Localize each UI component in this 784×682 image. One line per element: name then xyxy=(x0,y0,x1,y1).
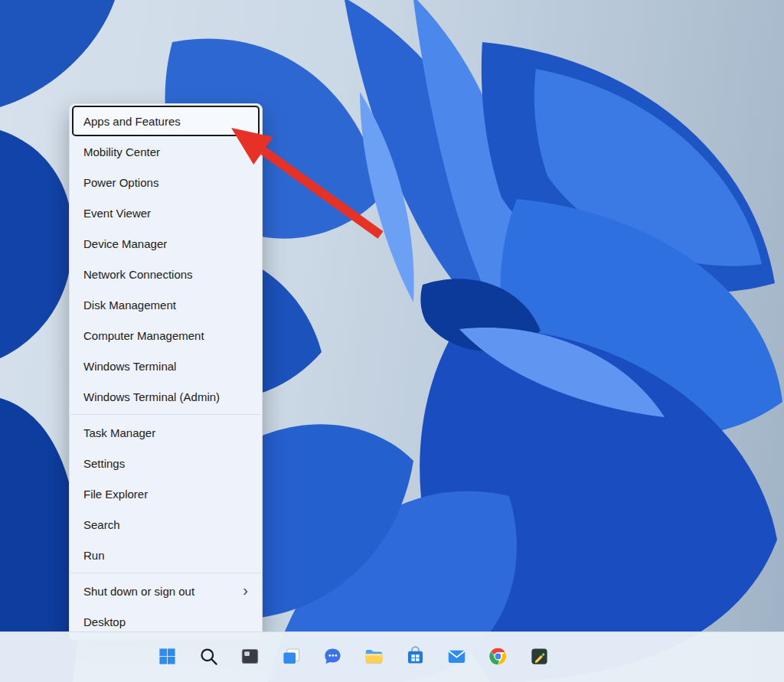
menu-item-device-manager[interactable]: Device Manager xyxy=(72,228,260,259)
menu-item-label: Event Viewer xyxy=(83,207,151,220)
menu-item-computer-management[interactable]: Computer Management xyxy=(72,320,260,351)
menu-item-label: Computer Management xyxy=(83,329,204,342)
menu-item-search[interactable]: Search xyxy=(72,509,260,540)
menu-item-label: Device Manager xyxy=(83,237,167,250)
taskbar-icons xyxy=(152,639,554,673)
taskbar-microsoft-store-button[interactable] xyxy=(400,639,430,673)
menu-item-disk-management[interactable]: Disk Management xyxy=(72,289,260,320)
winx-context-menu: Apps and FeaturesMobility CenterPower Op… xyxy=(69,103,263,641)
taskbar-chrome-button[interactable] xyxy=(482,639,513,673)
menu-item-network-connections[interactable]: Network Connections xyxy=(72,259,260,289)
taskbar xyxy=(0,631,784,682)
menu-item-power-options[interactable]: Power Options xyxy=(72,167,260,197)
menu-item-label: Windows Terminal xyxy=(83,360,176,373)
menu-item-apps-and-features[interactable]: Apps and Features xyxy=(72,106,260,136)
menu-item-label: Apps and Features xyxy=(83,115,181,128)
menu-item-label: Windows Terminal (Admin) xyxy=(83,390,220,403)
desktop: Apps and FeaturesMobility CenterPower Op… xyxy=(0,0,784,682)
menu-item-label: Run xyxy=(83,549,105,562)
microsoft-store-icon xyxy=(405,646,426,667)
app-window-icon xyxy=(240,646,260,667)
menu-item-task-manager[interactable]: Task Manager xyxy=(72,417,260,448)
menu-item-label: Search xyxy=(83,518,120,531)
taskbar-chat-button[interactable] xyxy=(317,639,348,673)
menu-item-settings[interactable]: Settings xyxy=(72,448,260,478)
menu-item-windows-terminal-admin[interactable]: Windows Terminal (Admin) xyxy=(72,381,260,412)
menu-item-event-viewer[interactable]: Event Viewer xyxy=(72,197,260,228)
menu-separator xyxy=(70,414,261,415)
taskbar-start-button[interactable] xyxy=(152,639,182,673)
menu-separator xyxy=(70,573,261,573)
menu-item-label: Mobility Center xyxy=(83,145,160,158)
menu-item-label: Power Options xyxy=(83,176,158,189)
menu-item-label: Task Manager xyxy=(83,426,155,439)
menu-item-label: Network Connections xyxy=(83,268,193,281)
menu-item-run[interactable]: Run xyxy=(72,540,260,570)
taskbar-app-window-button[interactable] xyxy=(234,639,265,673)
menu-item-windows-terminal[interactable]: Windows Terminal xyxy=(72,351,260,381)
menu-item-label: Shut down or sign out xyxy=(83,585,194,598)
menu-item-label: Settings xyxy=(83,457,125,470)
start-icon xyxy=(157,646,178,667)
menu-item-shut-down-or-sign-out[interactable]: Shut down or sign out› xyxy=(72,576,260,606)
taskbar-pencil-app-button[interactable] xyxy=(524,639,554,673)
task-view-icon xyxy=(281,646,302,667)
search-icon xyxy=(198,646,219,667)
file-explorer-icon xyxy=(364,646,384,667)
chrome-icon xyxy=(488,646,508,667)
taskbar-task-view-button[interactable] xyxy=(276,639,306,673)
taskbar-search-button[interactable] xyxy=(193,639,224,673)
chat-icon xyxy=(322,646,343,667)
pencil-app-icon xyxy=(529,646,550,667)
menu-item-label: Disk Management xyxy=(83,299,176,312)
mail-icon xyxy=(446,646,467,667)
taskbar-mail-button[interactable] xyxy=(441,639,472,673)
menu-item-label: File Explorer xyxy=(83,488,148,501)
menu-item-file-explorer[interactable]: File Explorer xyxy=(72,478,260,509)
chevron-right-icon: › xyxy=(243,582,248,598)
menu-item-mobility-center[interactable]: Mobility Center xyxy=(72,136,260,167)
taskbar-file-explorer-button[interactable] xyxy=(358,639,389,673)
menu-item-label: Desktop xyxy=(83,615,126,628)
